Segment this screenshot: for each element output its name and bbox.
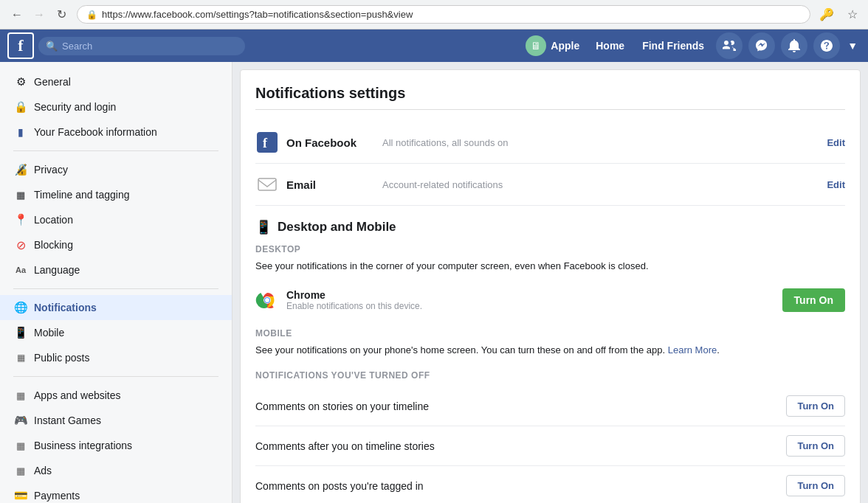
profile-name: Apple bbox=[551, 40, 579, 52]
ads-icon: ▦ bbox=[13, 463, 28, 478]
sidebar-item-label: Blocking bbox=[34, 239, 73, 251]
email-edit[interactable]: Edit bbox=[827, 179, 845, 190]
chrome-row: Chrome Enable notifications on this devi… bbox=[255, 281, 845, 319]
business-icon: ▦ bbox=[13, 438, 28, 453]
messenger-icon-btn[interactable] bbox=[748, 32, 775, 59]
turned-off-row-2: Comments on posts you're tagged in Turn … bbox=[255, 466, 845, 503]
sidebar-item-label: Instant Games bbox=[34, 414, 101, 426]
sidebar: ⚙ General 🔒 Security and login ▮ Your Fa… bbox=[0, 62, 232, 503]
svg-rect-0 bbox=[257, 132, 278, 153]
sidebar-item-your-facebook[interactable]: ▮ Your Facebook information bbox=[0, 119, 232, 145]
turned-off-row-0: Comments on stories on your timeline Tur… bbox=[255, 386, 845, 426]
on-facebook-desc: All notifications, all sounds on bbox=[382, 137, 819, 148]
navbar-chevron[interactable]: ▼ bbox=[844, 37, 861, 55]
desktop-mobile-header: 📱 Desktop and Mobile bbox=[255, 219, 845, 235]
language-icon: Aa bbox=[13, 263, 28, 277]
search-bar[interactable]: 🔍 bbox=[38, 37, 245, 55]
profile-link[interactable]: 🖥 Apple bbox=[520, 32, 585, 59]
forward-button[interactable]: → bbox=[30, 5, 49, 24]
sidebar-item-payments[interactable]: 💳 Payments bbox=[0, 483, 232, 503]
sidebar-item-label: Mobile bbox=[34, 327, 64, 339]
sidebar-item-location[interactable]: 📍 Location bbox=[0, 207, 232, 232]
reload-button[interactable]: ↻ bbox=[52, 5, 71, 24]
sidebar-item-apps[interactable]: ▦ Apps and websites bbox=[0, 383, 232, 408]
sidebar-item-blocking[interactable]: ⊘ Blocking bbox=[0, 232, 232, 257]
sidebar-item-language[interactable]: Aa Language bbox=[0, 257, 232, 282]
general-icon: ⚙ bbox=[13, 74, 28, 89]
url-input[interactable] bbox=[102, 9, 801, 20]
sidebar-section-1: ⚙ General 🔒 Security and login ▮ Your Fa… bbox=[0, 69, 232, 145]
browser-chrome: ← → ↻ 🔒 🔑 ☆ bbox=[0, 0, 868, 30]
turned-off-label-1: Comments after you on timeline stories bbox=[255, 440, 786, 452]
turn-on-button-1[interactable]: Turn On bbox=[786, 435, 845, 457]
timeline-icon: ▦ bbox=[13, 187, 28, 202]
turn-on-button-0[interactable]: Turn On bbox=[786, 395, 845, 417]
search-icon: 🔍 bbox=[46, 41, 58, 52]
turned-off-row-1: Comments after you on timeline stories T… bbox=[255, 426, 845, 466]
find-friends-link[interactable]: Find Friends bbox=[635, 37, 712, 55]
svg-rect-2 bbox=[258, 178, 276, 190]
svg-text:f: f bbox=[263, 136, 268, 150]
turn-on-button-2[interactable]: Turn On bbox=[786, 475, 845, 496]
notifications-sidebar-icon: 🌐 bbox=[13, 300, 28, 315]
sidebar-item-general[interactable]: ⚙ General bbox=[0, 69, 232, 94]
mobile-icon: 📱 bbox=[13, 325, 28, 340]
turned-off-label-0: Comments on stories on your timeline bbox=[255, 400, 786, 412]
sidebar-item-label: General bbox=[34, 76, 71, 88]
back-button[interactable]: ← bbox=[7, 5, 27, 24]
payments-icon: 💳 bbox=[13, 488, 28, 503]
blocking-icon: ⊘ bbox=[13, 237, 28, 252]
help-icon-btn[interactable] bbox=[813, 32, 840, 59]
key-icon[interactable]: 🔑 bbox=[816, 4, 837, 24]
mobile-desc-period: . bbox=[717, 344, 720, 355]
address-bar[interactable]: 🔒 bbox=[77, 5, 810, 24]
email-row: Email Account-related notifications Edit bbox=[255, 164, 845, 206]
navbar-right: 🖥 Apple Home Find Friends ▼ bbox=[520, 32, 861, 59]
svg-point-5 bbox=[265, 298, 269, 302]
browser-nav-buttons: ← → ↻ bbox=[7, 5, 71, 24]
sidebar-item-public-posts[interactable]: ▦ Public posts bbox=[0, 345, 232, 370]
home-link[interactable]: Home bbox=[588, 37, 632, 55]
turned-off-title: NOTIFICATIONS YOU'VE TURNED OFF bbox=[255, 370, 845, 381]
friends-icon-btn[interactable] bbox=[716, 32, 743, 59]
sidebar-item-label: Privacy bbox=[34, 164, 68, 176]
location-icon: 📍 bbox=[13, 212, 28, 227]
facebook-info-icon: ▮ bbox=[13, 125, 28, 139]
chrome-turn-on-button[interactable]: Turn On bbox=[782, 288, 845, 312]
on-facebook-row: f On Facebook All notifications, all sou… bbox=[255, 122, 845, 164]
main-content: Notifications settings f On Facebook All… bbox=[240, 69, 861, 503]
sidebar-item-notifications[interactable]: 🌐 Notifications bbox=[0, 295, 232, 320]
security-icon: 🔒 bbox=[13, 100, 28, 114]
sidebar-item-privacy[interactable]: 🔏 Privacy bbox=[0, 157, 232, 182]
sidebar-item-ads[interactable]: ▦ Ads bbox=[0, 458, 232, 483]
on-facebook-edit[interactable]: Edit bbox=[827, 137, 845, 148]
notifications-icon-btn[interactable] bbox=[781, 32, 807, 59]
learn-more-link[interactable]: Learn More bbox=[668, 344, 717, 355]
sidebar-item-timeline[interactable]: ▦ Timeline and tagging bbox=[0, 182, 232, 207]
sidebar-item-mobile[interactable]: 📱 Mobile bbox=[0, 320, 232, 345]
on-facebook-icon: f bbox=[255, 131, 279, 154]
star-icon[interactable]: ☆ bbox=[844, 4, 861, 24]
chrome-sub: Enable notifications on this device. bbox=[286, 301, 775, 311]
apps-icon: ▦ bbox=[13, 388, 28, 403]
browser-actions: 🔑 ☆ bbox=[816, 4, 861, 24]
sidebar-item-label: Security and login bbox=[34, 101, 116, 113]
chrome-icon bbox=[255, 288, 279, 312]
mobile-title: MOBILE bbox=[255, 328, 845, 339]
sidebar-item-label: Apps and websites bbox=[34, 389, 121, 401]
search-input[interactable] bbox=[62, 41, 224, 52]
sidebar-section-2: 🔏 Privacy ▦ Timeline and tagging 📍 Locat… bbox=[0, 157, 232, 282]
page-title: Notifications settings bbox=[255, 85, 845, 110]
sidebar-item-label: Timeline and tagging bbox=[34, 189, 129, 201]
lock-icon: 🔒 bbox=[86, 10, 97, 20]
mobile-desc: See your notifications on your phone's h… bbox=[255, 343, 845, 358]
sidebar-item-instant-games[interactable]: 🎮 Instant Games bbox=[0, 408, 232, 433]
avatar: 🖥 bbox=[526, 35, 546, 56]
chrome-name: Chrome bbox=[286, 289, 775, 301]
sidebar-item-label: Public posts bbox=[34, 352, 89, 364]
sidebar-item-security[interactable]: 🔒 Security and login bbox=[0, 94, 232, 119]
sidebar-item-label: Language bbox=[34, 264, 80, 276]
privacy-icon: 🔏 bbox=[13, 162, 28, 177]
sidebar-item-business[interactable]: ▦ Business integrations bbox=[0, 433, 232, 458]
email-desc: Account-related notifications bbox=[382, 179, 819, 190]
